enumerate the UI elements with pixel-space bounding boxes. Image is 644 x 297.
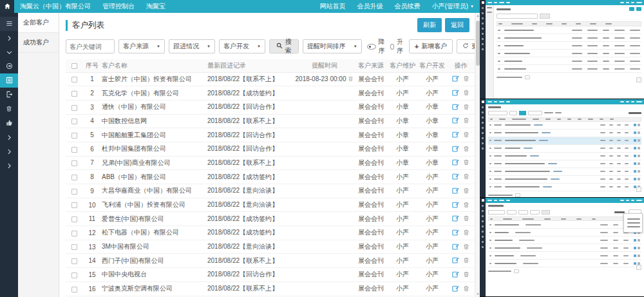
row-checkbox[interactable] xyxy=(71,77,77,82)
user-menu[interactable]: 小严(管理员)▼ xyxy=(426,0,480,13)
sidebar-item-chevron-right-8[interactable] xyxy=(0,130,18,144)
row-checkbox[interactable] xyxy=(71,147,77,153)
row-checkbox[interactable] xyxy=(71,244,77,250)
preview-mini-icon xyxy=(482,225,484,227)
edit-icon[interactable] xyxy=(452,89,459,97)
edit-icon[interactable] xyxy=(452,215,459,223)
row-checkbox[interactable] xyxy=(71,258,77,264)
edit-icon[interactable] xyxy=(452,145,459,153)
topbar-brand-link[interactable]: 淘聚宝 xyxy=(140,0,171,13)
trash-icon[interactable] xyxy=(463,131,469,139)
sidebar-item-thumbs-up-7[interactable] xyxy=(0,116,18,130)
sidebar-item-customer-list-4[interactable] xyxy=(0,73,18,88)
preview-bar xyxy=(600,163,605,164)
trash-icon[interactable] xyxy=(463,145,469,153)
preview-bar xyxy=(638,247,640,249)
sidebar-item-chevron-down-2[interactable] xyxy=(0,45,18,59)
preview-bar xyxy=(638,262,640,265)
sort-asc-radio[interactable]: 升序 xyxy=(390,37,405,55)
trash-icon[interactable] xyxy=(463,201,469,209)
edit-icon[interactable] xyxy=(452,256,459,265)
trash-icon[interactable] xyxy=(463,271,469,279)
source-select[interactable]: 客户来源▼ xyxy=(118,39,165,53)
row-checkbox[interactable] xyxy=(71,91,77,97)
edit-icon[interactable] xyxy=(452,103,459,111)
row-checkbox[interactable] xyxy=(71,231,77,236)
keyword-input[interactable] xyxy=(66,39,115,53)
preview-bar xyxy=(609,148,613,149)
edit-icon[interactable] xyxy=(452,243,459,251)
trash-icon[interactable] xyxy=(463,243,469,251)
back-button[interactable]: 返回 xyxy=(445,18,469,32)
preview-mini-icon xyxy=(482,246,484,248)
progress-select[interactable]: 跟进情况▼ xyxy=(169,39,215,53)
row-checkbox[interactable] xyxy=(71,202,77,208)
edit-icon[interactable] xyxy=(452,75,459,83)
sidebar-item-trash-6[interactable] xyxy=(0,102,18,116)
preview-bar xyxy=(572,68,582,70)
edit-icon[interactable] xyxy=(452,131,459,139)
subnav-item-success-customers[interactable]: 成功客户 xyxy=(18,33,59,53)
row-checkbox[interactable] xyxy=(71,133,77,139)
sidebar-item-chevron-right-10[interactable] xyxy=(0,158,18,173)
trash-icon[interactable] xyxy=(463,75,469,83)
subnav-item-all-customers[interactable]: 全部客户 xyxy=(18,13,59,33)
preview-bar xyxy=(613,255,618,256)
preview-bar xyxy=(530,155,539,157)
preview-bar xyxy=(634,247,636,249)
preview-bar xyxy=(626,101,629,102)
cell-record: 2018/08/22【成功签约】 xyxy=(207,170,295,184)
develop-select[interactable]: 客户开发▼ xyxy=(219,39,265,53)
row-checkbox[interactable] xyxy=(71,287,77,292)
remind-delete-icon[interactable] xyxy=(348,76,354,83)
topbar-console-link[interactable]: 管理控制台 xyxy=(97,0,140,13)
edit-icon[interactable] xyxy=(452,117,459,125)
select-all-checkbox[interactable] xyxy=(71,63,77,69)
edit-icon[interactable] xyxy=(452,187,459,195)
add-customer-button[interactable]: +新增客户 xyxy=(409,39,453,53)
trash-icon[interactable] xyxy=(463,117,469,125)
sort-desc-radio[interactable]: 降序 xyxy=(367,37,385,55)
trash-icon[interactable] xyxy=(463,158,469,167)
search-button[interactable]: 搜索 xyxy=(269,39,299,53)
sidebar-item-menu-0[interactable] xyxy=(0,17,18,31)
topbar-site-home-link[interactable]: 网站首页 xyxy=(314,0,351,13)
trash-icon[interactable] xyxy=(463,187,469,195)
row-checkbox[interactable] xyxy=(71,105,77,111)
trash-icon[interactable] xyxy=(463,229,469,237)
edit-icon[interactable] xyxy=(452,285,459,293)
sidebar-item-chevron-right-1[interactable] xyxy=(0,31,18,45)
row-checkbox[interactable] xyxy=(71,216,77,222)
trash-icon[interactable] xyxy=(463,215,469,223)
trash-icon[interactable] xyxy=(463,103,469,111)
edit-icon[interactable] xyxy=(452,229,459,237)
remind-sort-select[interactable]: 提醒时间排序▼ xyxy=(303,39,362,53)
edit-icon[interactable] xyxy=(452,173,459,181)
trash-icon[interactable] xyxy=(463,285,469,293)
row-checkbox[interactable] xyxy=(71,175,77,180)
edit-icon[interactable] xyxy=(452,271,459,279)
edit-icon[interactable] xyxy=(452,158,459,167)
preview-mini-icon xyxy=(482,148,484,149)
edit-icon[interactable] xyxy=(452,201,459,209)
topbar-upgrade-link[interactable]: 会员升级 xyxy=(351,0,388,13)
cell-name: 中国中央电视台 xyxy=(102,268,207,282)
home-button[interactable] xyxy=(0,0,14,13)
topbar-renew-link[interactable]: 会员续费 xyxy=(388,0,426,13)
sidebar-item-sign-in-3[interactable] xyxy=(0,59,18,73)
vertical-scrollbar[interactable]: ▲ ▼ xyxy=(475,13,480,297)
trash-icon[interactable] xyxy=(463,256,469,265)
row-checkbox[interactable] xyxy=(71,273,77,278)
row-checkbox[interactable] xyxy=(71,189,77,195)
row-checkbox[interactable] xyxy=(71,119,77,124)
preview-bar xyxy=(495,232,509,233)
topbar-company-link[interactable]: 淘聚云（中国）有限公司 xyxy=(14,0,97,13)
sidebar-item-sign-out-5[interactable] xyxy=(0,88,18,102)
sidebar-item-chevron-right-9[interactable] xyxy=(0,144,18,158)
refresh-button[interactable]: 刷新 xyxy=(417,18,442,32)
row-checkbox[interactable] xyxy=(71,160,77,166)
trash-icon[interactable] xyxy=(463,173,469,181)
trash-icon[interactable] xyxy=(463,89,469,97)
preview-bar xyxy=(494,124,502,126)
preview-bar xyxy=(499,101,504,102)
